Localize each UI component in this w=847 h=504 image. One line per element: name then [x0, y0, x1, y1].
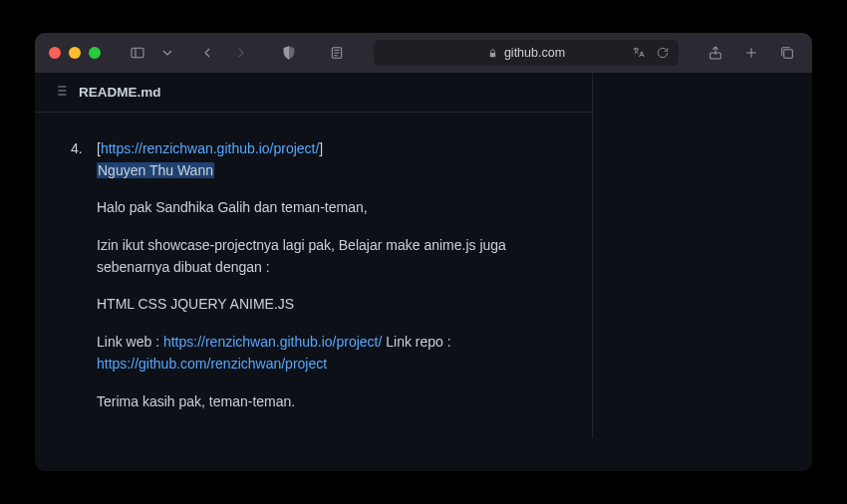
window-controls: [49, 47, 101, 59]
maximize-window-button[interactable]: [89, 47, 101, 59]
side-column: [593, 73, 812, 438]
translate-icon[interactable]: [631, 45, 647, 61]
project-url-link[interactable]: https://renzichwan.github.io/project/: [101, 140, 319, 156]
back-button[interactable]: [196, 42, 218, 64]
reload-icon[interactable]: [655, 45, 671, 61]
bracket-close: ]: [319, 140, 323, 156]
file-header: README.md: [35, 73, 592, 113]
author-name-selected: Nguyen Thu Wann: [97, 162, 214, 178]
link-web-label: Link web :: [97, 334, 163, 350]
titlebar: github.com: [35, 33, 812, 73]
svg-rect-6: [490, 53, 496, 57]
forward-button: [230, 42, 252, 64]
link-web-url[interactable]: https://renzichwan.github.io/project/: [163, 334, 382, 350]
shield-icon[interactable]: [278, 42, 300, 64]
list-item: [https://renzichwan.github.io/project/] …: [69, 138, 558, 412]
share-icon[interactable]: [705, 42, 726, 64]
tabs-overview-icon[interactable]: [776, 42, 798, 64]
link-repo-url[interactable]: https://github.com/renzichwan/project: [97, 356, 327, 372]
minimize-window-button[interactable]: [69, 47, 81, 59]
close-window-button[interactable]: [49, 47, 61, 59]
tab-group-dropdown-icon[interactable]: [156, 42, 178, 64]
address-domain: github.com: [504, 46, 565, 60]
address-bar[interactable]: github.com: [374, 40, 679, 66]
reader-mode-icon[interactable]: [326, 42, 348, 64]
paragraph-greeting: Halo pak Sandhika Galih dan teman-teman,: [97, 197, 558, 219]
sidebar-toggle-icon[interactable]: [127, 42, 148, 64]
outline-icon[interactable]: [53, 83, 69, 102]
paragraph-intro: Izin ikut showcase-projectnya lagi pak, …: [97, 235, 558, 278]
address-right-controls: [631, 45, 671, 61]
svg-rect-0: [132, 48, 143, 57]
file-name: README.md: [79, 85, 161, 100]
readme-body: [https://renzichwan.github.io/project/] …: [35, 113, 592, 438]
paragraph-tech: HTML CSS JQUERY ANIME.JS: [97, 294, 558, 316]
browser-window: github.com: [35, 33, 812, 471]
page-content: README.md [https://renzichwan.github.io/…: [35, 73, 812, 471]
new-tab-icon[interactable]: [740, 42, 762, 64]
paragraph-thanks: Terima kasih pak, teman-teman.: [97, 391, 558, 413]
link-repo-label: Link repo :: [382, 334, 450, 350]
lock-icon: [487, 48, 498, 59]
paragraph-links: Link web : https://renzichwan.github.io/…: [97, 332, 558, 375]
svg-rect-10: [784, 50, 793, 59]
